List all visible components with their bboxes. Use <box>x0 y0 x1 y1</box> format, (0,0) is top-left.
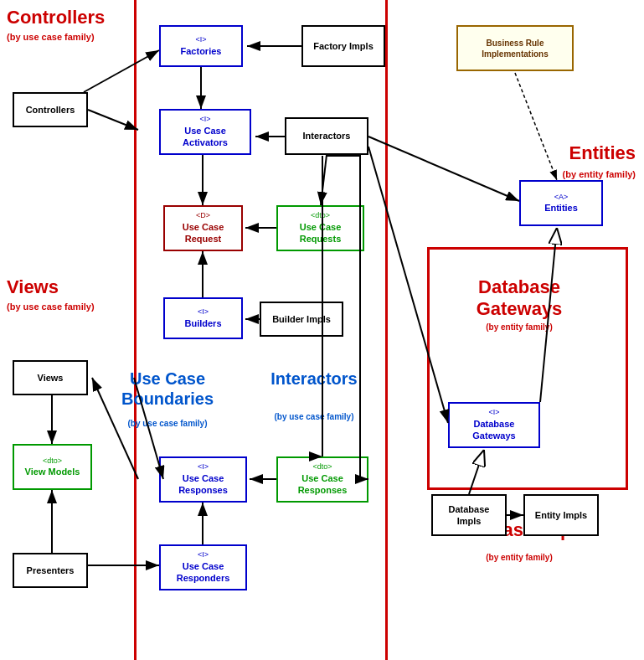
factory-impls-box: Factory Impls <box>301 25 385 67</box>
presenters-box: Presenters <box>13 553 88 588</box>
views-section-label: Views <box>7 276 59 298</box>
factories-box: <I>Factories <box>159 25 243 67</box>
business-rule-impl-box: Business Rule Implementations <box>456 25 574 71</box>
svg-line-8 <box>515 73 557 180</box>
entities-box: <A>Entities <box>519 180 603 226</box>
svg-line-3 <box>84 50 159 92</box>
svg-line-11 <box>321 155 327 205</box>
interactors-box: Interactors <box>285 117 368 155</box>
view-models-box: <dto>View Models <box>13 444 92 490</box>
controllers-section-sub: (by use case family) <box>7 32 95 43</box>
entity-impls-box: Entity Impls <box>523 494 599 536</box>
use-case-activators-box: <I>Use Case Activators <box>159 109 251 155</box>
use-case-responses-box: <I>Use Case Responses <box>159 456 247 503</box>
use-case-boundaries-sub: (by use case family) <box>100 419 234 429</box>
views-section-sub: (by use case family) <box>7 302 95 312</box>
use-case-request-box: <D>Use Case Request <box>163 205 243 251</box>
controllers-section-label: Controllers <box>7 7 105 28</box>
svg-line-2 <box>88 110 138 130</box>
builder-impls-box: Builder Impls <box>260 302 343 337</box>
use-case-requests-box: <dto>Use Case Requests <box>276 205 364 251</box>
builders-box: <I>Builders <box>163 297 243 339</box>
db-impls-section-sub: (by entity family) <box>435 553 603 563</box>
views-box: Views <box>13 360 88 395</box>
diagram-container: Controllers (by use case family) Views (… <box>0 0 644 660</box>
boundary-line-1 <box>134 0 137 660</box>
db-gateways-border <box>427 247 628 490</box>
interactors-section-sub: (by use case family) <box>251 412 377 422</box>
use-case-responses-dto-box: <dto>Use Case Responses <box>276 456 368 503</box>
use-case-responders-box: <I>Use Case Responders <box>159 544 247 590</box>
db-gateways-box: <I>Database Gateways <box>448 402 540 448</box>
boundary-line-2 <box>385 0 388 660</box>
entities-section-sub: (by entity family) <box>563 169 636 180</box>
entities-section-label: Entities <box>569 142 636 164</box>
svg-line-7 <box>368 137 519 201</box>
interactors-section-label: Interactors <box>251 369 377 389</box>
database-impls-box: Database Impls <box>431 494 507 536</box>
use-case-boundaries-label: Use Case Boundaries <box>100 369 234 409</box>
controllers-box: Controllers <box>13 92 88 127</box>
